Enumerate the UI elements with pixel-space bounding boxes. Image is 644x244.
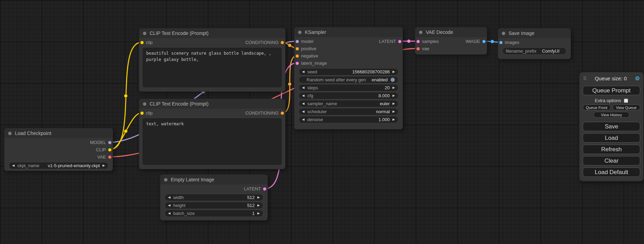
decrement-icon[interactable]: ◀ (12, 164, 15, 167)
prompt-textarea[interactable]: text, watermark (143, 118, 282, 165)
collapse-dot-icon[interactable] (8, 132, 12, 135)
slot-row: latent_image (294, 60, 403, 67)
slot-row: clip CONDITIONING (139, 109, 285, 117)
node-titlebar[interactable]: Save Image (498, 28, 571, 38)
widget-filename-prefix[interactable]: filename_prefix ComfyUI (502, 47, 566, 55)
link-midpoint-clip-negative (124, 129, 127, 133)
node-title: CLIP Text Encode (Prompt) (150, 30, 209, 36)
node-save-image[interactable]: Save Image images filename_prefix ComfyU… (498, 28, 571, 59)
view-history-button[interactable]: View History (593, 112, 629, 118)
input-dot-model[interactable] (295, 40, 299, 43)
node-load-checkpoint[interactable]: Load Checkpoint MODEL CLIP VAE ◀ ckpt_na… (4, 128, 113, 171)
node-ksampler[interactable]: KSampler model LATENT positive negative (294, 27, 403, 129)
output-dot-conditioning[interactable] (281, 111, 284, 115)
toggle-knob-icon[interactable] (390, 78, 395, 82)
widget-random-seed-toggle[interactable]: Random seed after every gen enabled (299, 76, 398, 83)
output-dot-latent[interactable] (263, 187, 266, 191)
increment-icon[interactable]: ▶ (257, 196, 260, 199)
node-vae-decode[interactable]: VAE Decode samples IMAGE vae (415, 27, 487, 55)
input-dot-clip[interactable] (140, 111, 144, 115)
widget-value: euler (380, 101, 390, 106)
load-default-button[interactable]: Load Default (583, 168, 640, 177)
collapse-dot-icon[interactable] (419, 30, 423, 34)
widget-cfg[interactable]: ◀ cfg 8.000 ▶ (299, 92, 398, 99)
decrement-icon[interactable]: ◀ (302, 102, 305, 105)
queue-menu-panel[interactable]: ⠿ Queue size: 0 ⚙ Queue Prompt Extra opt… (579, 72, 644, 181)
collapse-dot-icon[interactable] (164, 178, 168, 182)
output-dot-latent[interactable] (398, 40, 402, 43)
widget-value: 1.000 (379, 117, 390, 122)
node-titlebar[interactable]: CLIP Text Encode (Prompt) (139, 99, 285, 109)
queue-prompt-button[interactable]: Queue Prompt (583, 86, 640, 95)
widget-ckpt-name[interactable]: ◀ ckpt_name v1-5-pruned-emaonly.ckpt ▶ (9, 162, 108, 169)
save-button[interactable]: Save (583, 122, 640, 131)
increment-icon[interactable]: ▶ (392, 102, 395, 105)
increment-icon[interactable]: ▶ (392, 70, 395, 73)
output-label-latent: LATENT (244, 186, 261, 191)
widget-batch-size[interactable]: ◀ batch_size 1 ▶ (165, 210, 263, 217)
queue-front-button[interactable]: Queue Front (583, 105, 611, 110)
node-canvas[interactable]: { "colors": { "model": "#B39DDB", "clip"… (0, 0, 644, 244)
node-titlebar[interactable]: VAE Decode (415, 27, 487, 37)
output-dot-model[interactable] (108, 141, 112, 144)
output-dot-image[interactable] (482, 40, 486, 43)
output-dot-vae[interactable] (108, 155, 112, 159)
input-dot-samples[interactable] (416, 40, 420, 43)
widget-label: ckpt_name (17, 163, 39, 168)
node-titlebar[interactable]: CLIP Text Encode (Prompt) (139, 28, 285, 38)
widget-width[interactable]: ◀ width 512 ▶ (165, 194, 263, 201)
output-label-conditioning: CONDITIONING (245, 110, 279, 116)
extra-options-checkbox[interactable] (624, 99, 628, 103)
decrement-icon[interactable]: ◀ (302, 70, 305, 73)
node-clip-text-encode-negative[interactable]: CLIP Text Encode (Prompt) clip CONDITION… (139, 99, 285, 169)
node-clip-text-encode-positive[interactable]: CLIP Text Encode (Prompt) clip CONDITION… (139, 28, 285, 92)
decrement-icon[interactable]: ◀ (302, 110, 305, 113)
input-dot-clip[interactable] (140, 41, 144, 44)
node-titlebar[interactable]: KSampler (294, 27, 403, 37)
output-dot-conditioning[interactable] (281, 41, 284, 44)
decrement-icon[interactable]: ◀ (168, 204, 170, 207)
input-dot-images[interactable] (499, 41, 503, 44)
widget-denoise[interactable]: ◀ denoise 1.000 ▶ (299, 116, 398, 123)
decrement-icon[interactable]: ◀ (302, 86, 305, 89)
widget-height[interactable]: ◀ height 512 ▶ (165, 202, 263, 209)
clear-button[interactable]: Clear (583, 156, 640, 165)
load-button[interactable]: Load (583, 133, 640, 143)
collapse-dot-icon[interactable] (298, 30, 302, 34)
collapse-dot-icon[interactable] (143, 102, 147, 106)
output-dot-clip[interactable] (108, 148, 112, 152)
widget-steps[interactable]: ◀ steps 20 ▶ (299, 84, 398, 91)
input-dot-latent-image[interactable] (295, 62, 299, 65)
increment-icon[interactable]: ▶ (103, 164, 105, 167)
prompt-textarea[interactable]: beautiful scenery nature glass bottle la… (143, 48, 282, 87)
decrement-icon[interactable]: ◀ (168, 212, 170, 215)
settings-gear-icon[interactable]: ⚙ (635, 75, 640, 82)
increment-icon[interactable]: ▶ (392, 86, 395, 89)
input-label-clip: clip (146, 40, 153, 45)
increment-icon[interactable]: ▶ (392, 118, 395, 121)
node-empty-latent-image[interactable]: Empty Latent Image LATENT ◀ width 512 ▶ … (160, 174, 268, 220)
widget-scheduler[interactable]: ◀ scheduler normal ▶ (299, 108, 398, 115)
input-dot-vae[interactable] (416, 47, 420, 51)
input-dot-positive[interactable] (295, 47, 299, 51)
decrement-icon[interactable]: ◀ (168, 196, 170, 199)
increment-icon[interactable]: ▶ (257, 204, 260, 207)
widget-seed[interactable]: ◀ seed 156680208700286 ▶ (299, 68, 398, 75)
view-queue-button[interactable]: View Queue (612, 105, 641, 110)
increment-icon[interactable]: ▶ (392, 110, 395, 113)
node-titlebar[interactable]: Empty Latent Image (160, 175, 267, 184)
increment-icon[interactable]: ▶ (257, 212, 260, 215)
widget-sampler-name[interactable]: ◀ sampler_name euler ▶ (299, 100, 398, 107)
node-title: CLIP Text Encode (Prompt) (150, 101, 209, 107)
drag-handle-icon[interactable]: ⠿ (583, 76, 586, 81)
collapse-dot-icon[interactable] (143, 31, 147, 35)
node-titlebar[interactable]: Load Checkpoint (5, 128, 113, 138)
refresh-button[interactable]: Refresh (583, 145, 640, 154)
queue-size-label: Queue size: 0 (586, 75, 635, 81)
collapse-dot-icon[interactable] (502, 31, 505, 35)
increment-icon[interactable]: ▶ (392, 94, 395, 97)
decrement-icon[interactable]: ◀ (302, 94, 305, 97)
slot-row: vae (415, 45, 487, 52)
decrement-icon[interactable]: ◀ (302, 118, 305, 121)
input-dot-negative[interactable] (295, 54, 299, 58)
